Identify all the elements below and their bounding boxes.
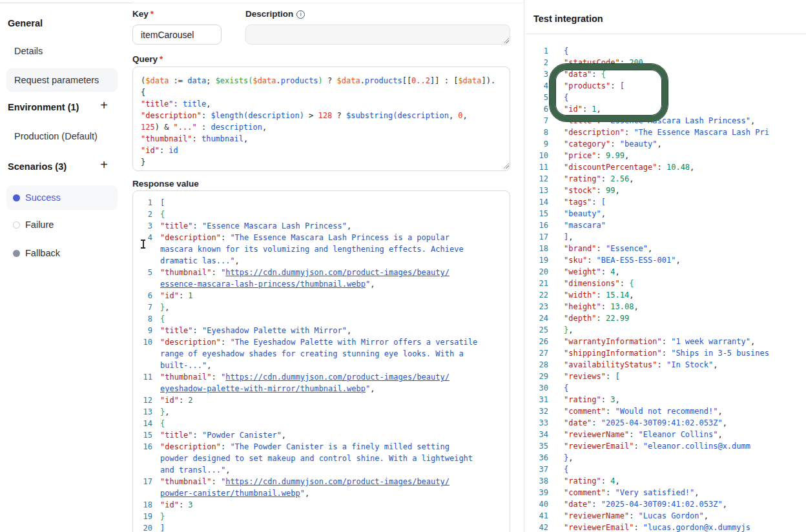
code-row: 16"mascara" <box>535 220 806 231</box>
failure-label: Failure <box>25 220 54 230</box>
code-row: 12"rating": 2.56, <box>535 173 806 185</box>
code-row: 3"title": "Essence Mascara Lash Princess… <box>136 220 510 232</box>
query-label-text: Query <box>132 54 158 64</box>
line-number: 10 <box>136 336 152 348</box>
line-number: 12 <box>535 173 548 185</box>
code-row: 17"thumbnail": "https://cdn.dummyjson.co… <box>136 476 510 487</box>
code-row: ($data := data; $exists($data.products) … <box>141 75 510 87</box>
line-number: 24 <box>535 312 548 324</box>
line-number: 19 <box>136 511 152 522</box>
line-number: 22 <box>535 289 548 301</box>
line-number: 13 <box>136 406 152 418</box>
line-number: 1 <box>136 197 152 209</box>
code-row: 10"description": "The Eyeshadow Palette … <box>136 336 510 348</box>
line-number: 30 <box>535 382 548 394</box>
scenario-item-success[interactable]: Success <box>6 185 118 210</box>
code-row: 9"category": "beauty", <box>535 138 806 150</box>
sidebar-item-details[interactable]: Details <box>14 46 43 56</box>
sidebar: General Details Request parameters Envir… <box>0 0 127 532</box>
resize-handle-icon[interactable] <box>503 37 509 43</box>
code-row: 4"description": "The Essence Mascara Las… <box>136 232 510 243</box>
description-textarea[interactable] <box>245 25 510 45</box>
line-number: 8 <box>136 313 152 325</box>
code-row: powder designed to set makeup and contro… <box>136 453 510 464</box>
sidebar-item-production-default[interactable]: Production (Default) <box>14 131 98 141</box>
key-label-text: Key <box>132 9 149 19</box>
line-number: 15 <box>535 208 548 220</box>
required-asterisk: * <box>160 54 163 64</box>
line-number: 29 <box>535 371 548 382</box>
response-value-editor[interactable]: 1[2{3"title": "Essence Mascara Lash Prin… <box>132 190 510 532</box>
query-field-label: Query* <box>132 54 163 64</box>
code-row: 18"id": 3 <box>136 499 510 511</box>
code-row: 25}, <box>535 324 806 336</box>
line-number: 11 <box>136 371 152 383</box>
code-row: 16"description": "The Powder Canister is… <box>136 441 510 453</box>
code-row: 26"warrantyInformation": "1 week warrant… <box>535 336 806 347</box>
line-number: 35 <box>535 440 548 452</box>
code-row: built-...", <box>136 360 510 371</box>
code-row: 20"weight": 4, <box>535 266 806 278</box>
line-number: 2 <box>136 209 152 220</box>
code-row: 13"stock": 99, <box>535 185 806 196</box>
line-number: 21 <box>535 278 548 289</box>
success-status-dot-icon <box>13 194 20 201</box>
line-number: 11 <box>535 161 548 173</box>
line-number: 4 <box>136 232 152 243</box>
code-row: "title": title, <box>141 98 510 110</box>
code-row: 33"date": "2025-04-30T09:41:02.053Z", <box>535 417 806 429</box>
code-row: "description": $length(description) > 12… <box>141 110 510 121</box>
add-scenario-button[interactable]: + <box>97 158 111 172</box>
code-row: 24"depth": 22.99 <box>535 312 806 324</box>
code-row: 13}, <box>136 406 510 418</box>
response-value-label: Response value <box>132 179 199 189</box>
code-row: 11"thumbnail": "https://cdn.dummyjson.co… <box>136 371 510 383</box>
line-number: 2 <box>535 57 548 68</box>
line-number <box>136 464 152 476</box>
scenario-item-fallback[interactable]: Fallback <box>6 248 60 258</box>
info-icon[interactable]: i <box>296 10 305 19</box>
sidebar-item-request-parameters[interactable]: Request parameters <box>6 68 118 92</box>
line-number: 5 <box>136 267 152 278</box>
failure-status-dot-icon <box>13 221 20 229</box>
line-number: 38 <box>535 475 548 487</box>
sidebar-heading-scenarios: Scenarios (3) + <box>8 161 67 172</box>
line-number: 34 <box>535 429 548 440</box>
line-number: 18 <box>136 499 152 511</box>
line-number: 7 <box>136 302 152 313</box>
code-row: 2{ <box>136 209 510 220</box>
line-number: 41 <box>535 510 548 522</box>
line-number <box>136 453 152 464</box>
key-field-label: Key* <box>132 9 154 19</box>
line-number <box>136 278 152 290</box>
line-number: 16 <box>535 220 548 231</box>
add-environment-button[interactable]: + <box>97 98 111 112</box>
code-row: essence-mascara-lash-princess/thumbnail.… <box>136 278 510 290</box>
test-integration-output[interactable]: 1{2"statusCode": 200,3"data": {4"product… <box>525 40 806 532</box>
fallback-status-dot-icon <box>13 250 20 257</box>
code-row: 6"id": 1 <box>136 290 510 302</box>
line-number: 37 <box>535 464 548 475</box>
line-number: 4 <box>535 80 548 92</box>
mouse-text-cursor <box>143 240 144 249</box>
code-row: 14{ <box>136 418 510 429</box>
fallback-label: Fallback <box>25 248 60 258</box>
code-row: 10"price": 9.99, <box>535 150 806 161</box>
query-code-editor[interactable]: ($data := data; $exists($data.products) … <box>132 66 510 171</box>
line-number: 6 <box>535 103 548 115</box>
resize-handle-icon[interactable] <box>503 163 509 169</box>
code-row: "thumbnail": thumbnail, <box>141 133 510 145</box>
line-number: 3 <box>535 68 548 80</box>
code-row: 11"discountPercentage": 10.48, <box>535 161 806 173</box>
line-number: 28 <box>535 359 548 371</box>
code-row: eyeshadow-palette-with-mirror/thumbnail.… <box>136 383 510 394</box>
line-number: 9 <box>535 138 548 150</box>
right-panel-divider <box>524 34 806 34</box>
line-number: 27 <box>535 347 548 359</box>
scenario-item-failure[interactable]: Failure <box>6 220 54 230</box>
line-number: 9 <box>136 325 152 336</box>
line-number: 7 <box>535 115 548 127</box>
code-row: 21"dimensions": { <box>535 278 806 289</box>
code-row: 37{ <box>535 464 806 475</box>
key-input[interactable] <box>132 25 222 45</box>
